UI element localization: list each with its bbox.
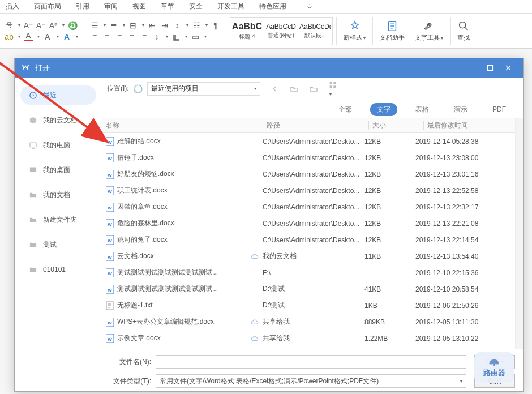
style-default[interactable]: AaBbCcDd默认段...: [298, 18, 332, 45]
borders-icon[interactable]: ▭: [191, 32, 200, 41]
sidebar-item-cloud[interactable]: 我的云文档: [20, 110, 96, 130]
text-direction-icon[interactable]: ↕: [152, 32, 161, 41]
chevron-down-icon[interactable]: ▾: [18, 23, 20, 28]
col-header-date[interactable]: 最后修改时间: [427, 121, 512, 130]
align-right-icon[interactable]: ≡: [115, 32, 124, 41]
tab-security[interactable]: 安全: [188, 0, 204, 14]
table-header: 名称 路径 大小 最后修改时间: [102, 118, 515, 133]
style-normal-web[interactable]: AaBbCcD普通(网站): [264, 18, 298, 45]
up-folder-icon[interactable]: [290, 84, 299, 93]
chevron-down-icon[interactable]: ▾: [57, 34, 59, 39]
tab-insert[interactable]: 插入: [5, 0, 20, 14]
table-row[interactable]: W难解的结.docxC:\Users\Administrator\Deskto.…: [102, 133, 515, 149]
table-row[interactable]: W好朋友的烦恼.docxC:\Users\Administrator\Deskt…: [102, 166, 515, 182]
new-style-button[interactable]: 新样式▾: [340, 19, 369, 43]
shading-icon[interactable]: ▦: [171, 32, 181, 41]
col-header-path[interactable]: 路径: [267, 121, 368, 130]
filename-input[interactable]: [156, 355, 466, 369]
tab-view[interactable]: 视图: [131, 0, 147, 14]
filter-table[interactable]: 表格: [409, 103, 436, 116]
asian-layout-icon[interactable]: A̲̅: [43, 32, 52, 41]
maximize-button[interactable]: [481, 58, 499, 78]
table-row[interactable]: W示例文章.docx共享给我1.22MB2019-12-05 13:10:22: [102, 330, 515, 346]
sort-icon[interactable]: ☷: [192, 21, 201, 30]
outdent-icon[interactable]: ⇤: [148, 21, 157, 30]
chevron-down-icon[interactable]: ▾: [62, 23, 65, 28]
table-row[interactable]: W借锤子.docxC:\Users\Administrator\Deskto..…: [102, 149, 515, 166]
filter-presentation[interactable]: 演示: [447, 103, 474, 116]
dialog-title-text: 打开: [35, 63, 50, 73]
style-gallery[interactable]: AaBbC标题 4 AaBbCcD普通(网站) AaBbCcDd默认段...: [230, 17, 333, 45]
show-marks-icon[interactable]: ¶: [211, 21, 220, 30]
file-path: C:\Users\Administrator\Deskto...: [263, 138, 364, 145]
search-icon[interactable]: [306, 2, 315, 11]
change-case-icon[interactable]: Aᵃ: [49, 21, 58, 30]
table-row[interactable]: 无标题-1.txtD:\测试1KB2019-12-06 21:50:26: [102, 297, 515, 314]
scrollbar[interactable]: [515, 118, 523, 349]
table-row[interactable]: WWPS+云办公文章编辑规范.docx共享给我889KB2019-12-05 1…: [102, 314, 515, 330]
chevron-down-icon[interactable]: ▾: [166, 34, 168, 39]
table-row[interactable]: W职工统计表.docxC:\Users\Administrator\Deskto…: [102, 182, 515, 199]
sidebar-item-newfolder[interactable]: 新建文件夹: [20, 210, 96, 229]
back-icon[interactable]: [271, 84, 280, 93]
tab-layout[interactable]: 页面布局: [33, 0, 62, 14]
table-row[interactable]: W云文档.docx我的云文档11KB2019-12-13 13:54:40: [102, 248, 515, 264]
font-grow-icon[interactable]: A⁺: [24, 21, 33, 30]
tab-references[interactable]: 引用: [75, 0, 91, 14]
col-header-name[interactable]: 名称: [106, 121, 250, 130]
bullet-list-icon[interactable]: ☰: [90, 21, 99, 30]
filetype-select[interactable]: 常用文件(文字/Word格式;表格/Excel格式;演示/PowerPoint格…: [156, 374, 466, 388]
tab-dev[interactable]: 开发工具: [216, 0, 246, 14]
table-row[interactable]: W跳河的兔子.docxC:\Users\Administrator\Deskto…: [102, 232, 515, 248]
chevron-down-icon[interactable]: ▾: [123, 23, 125, 28]
tab-chapter[interactable]: 章节: [160, 0, 175, 14]
close-button[interactable]: [499, 58, 517, 78]
indent-icon[interactable]: ⇥: [160, 21, 169, 30]
file-type-icon: W: [106, 334, 114, 343]
chevron-down-icon[interactable]: ▾: [204, 34, 207, 39]
sidebar-item-pc[interactable]: 我的电脑: [20, 135, 96, 155]
tab-review[interactable]: 审阅: [103, 0, 119, 14]
line-spacing-icon[interactable]: ↕: [173, 21, 182, 30]
find-replace-button[interactable]: 查找: [454, 19, 473, 43]
text-tool-button[interactable]: 文字工具▾: [411, 19, 447, 43]
sidebar-item-desktop[interactable]: 我的桌面: [20, 160, 96, 179]
table-row[interactable]: W囚禁的章鱼.docxC:\Users\Administrator\Deskto…: [102, 199, 515, 215]
sidebar-item-mydocs[interactable]: 我的文档: [20, 185, 96, 204]
chevron-down-icon[interactable]: ▾: [37, 34, 40, 39]
number-list-icon[interactable]: ≣: [109, 21, 118, 30]
filter-text[interactable]: 文字: [370, 103, 397, 116]
doc-helper-button[interactable]: 文档助手: [376, 19, 408, 43]
chevron-down-icon[interactable]: ▾: [18, 34, 20, 39]
chevron-down-icon[interactable]: ▾: [185, 34, 187, 39]
location-select[interactable]: 最近使用的项目 ▾: [147, 82, 260, 96]
chevron-down-icon[interactable]: ▾: [186, 23, 188, 28]
filter-all[interactable]: 全部: [332, 103, 359, 116]
tab-featured[interactable]: 特色应用: [258, 0, 288, 14]
sidebar-item-recent[interactable]: 最近: [20, 85, 96, 105]
align-justify-icon[interactable]: ≡: [127, 32, 136, 41]
align-center-icon[interactable]: ≡: [102, 32, 111, 41]
chevron-down-icon[interactable]: ▾: [104, 23, 106, 28]
view-mode-icon[interactable]: ▾: [328, 80, 337, 97]
table-row[interactable]: W测试测试测试测试测试测试测试...D:\测试41KB2019-12-10 20…: [102, 281, 515, 297]
chevron-down-icon[interactable]: ▾: [205, 23, 208, 28]
highlight-icon[interactable]: ab: [5, 32, 14, 41]
font-shrink-icon[interactable]: A⁻: [36, 21, 45, 30]
chevron-down-icon[interactable]: ▾: [76, 34, 78, 39]
sidebar-item-010101[interactable]: 010101: [20, 260, 96, 279]
chevron-down-icon[interactable]: ▾: [142, 23, 144, 28]
text-effects-icon[interactable]: A: [62, 32, 71, 41]
sidebar-item-test[interactable]: 测试: [20, 235, 96, 254]
new-folder-icon[interactable]: [309, 84, 318, 93]
multi-list-icon[interactable]: ⊟: [128, 21, 138, 30]
clear-format-icon[interactable]: ♎: [68, 21, 77, 30]
style-heading4[interactable]: AaBbC标题 4: [230, 18, 264, 45]
align-left-icon[interactable]: ≡: [90, 32, 99, 41]
col-header-size[interactable]: 大小: [372, 121, 423, 130]
table-row[interactable]: W危险的森林里.docxC:\Users\Administrator\Deskt…: [102, 215, 515, 232]
align-distribute-icon[interactable]: ≡: [140, 32, 149, 41]
font-color-icon[interactable]: A: [24, 32, 33, 41]
table-row[interactable]: W测试测试测试测试测试测试测试...F:\2019-12-10 22:15:36: [102, 264, 515, 281]
filter-pdf[interactable]: PDF: [486, 104, 513, 115]
